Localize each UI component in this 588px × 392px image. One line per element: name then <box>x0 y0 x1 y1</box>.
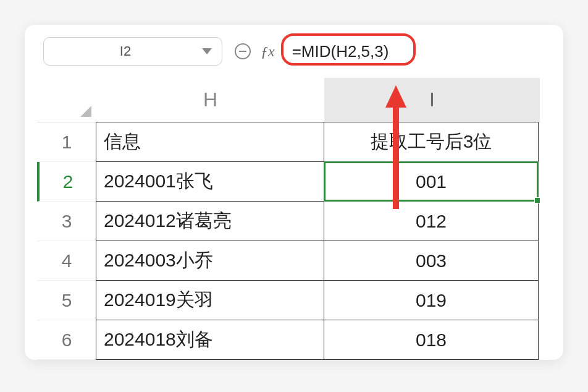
cancel-icon[interactable] <box>235 43 251 59</box>
table-row: 2024001张飞 001 <box>96 162 551 202</box>
row-header-4[interactable]: 4 <box>37 241 96 281</box>
cell-H6[interactable]: 2024018刘备 <box>96 320 324 360</box>
formula-section: ƒx =MID(H2,5,3) <box>235 38 545 65</box>
cell-H5[interactable]: 2024019关羽 <box>96 280 324 320</box>
formula-input[interactable]: =MID(H2,5,3) <box>285 38 545 65</box>
cell-I5[interactable]: 019 <box>324 280 539 320</box>
cell-H4[interactable]: 2024003小乔 <box>96 241 324 281</box>
row-header-1[interactable]: 1 <box>37 122 96 162</box>
formula-input-wrapper: =MID(H2,5,3) <box>285 38 545 65</box>
formula-bar: I2 ƒx =MID(H2,5,3) <box>37 37 551 66</box>
fill-handle[interactable] <box>534 197 540 203</box>
row-header-3[interactable]: 3 <box>37 202 96 241</box>
chevron-down-icon[interactable] <box>202 48 212 54</box>
fx-icon[interactable]: ƒx <box>261 43 275 60</box>
cell-I4[interactable]: 003 <box>324 241 539 281</box>
name-box-value: I2 <box>54 43 197 59</box>
table-row: 2024003小乔 003 <box>96 241 551 281</box>
cell-H1[interactable]: 信息 <box>96 122 324 162</box>
select-all-corner[interactable] <box>37 78 96 122</box>
column-headers: H I <box>96 78 551 122</box>
spreadsheet-window: I2 ƒx =MID(H2,5,3) 1 2 3 4 5 6 <box>25 25 563 360</box>
name-box[interactable]: I2 <box>43 37 222 66</box>
cell-H2[interactable]: 2024001张飞 <box>96 161 324 202</box>
cell-I1[interactable]: 提取工号后3位 <box>324 122 539 162</box>
table-row: 信息 提取工号后3位 <box>96 122 551 162</box>
cell-I2[interactable]: 001 <box>324 161 539 202</box>
table-row: 2024018刘备 018 <box>96 320 551 360</box>
cell-H3[interactable]: 2024012诸葛亮 <box>96 201 324 241</box>
column-header-H[interactable]: H <box>96 78 325 122</box>
row-header-5[interactable]: 5 <box>37 281 96 320</box>
select-all-triangle-icon <box>80 106 91 117</box>
cell-I2-value: 001 <box>416 171 447 192</box>
column-header-I[interactable]: I <box>325 78 540 122</box>
row-header-6[interactable]: 6 <box>37 320 96 360</box>
grid-area: 1 2 3 4 5 6 H I 信息 提取工号后3位 2024001张飞 001 <box>37 78 551 360</box>
cell-I3[interactable]: 012 <box>324 201 539 241</box>
row-header-2[interactable]: 2 <box>37 162 96 202</box>
table-row: 2024019关羽 019 <box>96 281 551 320</box>
data-area: H I 信息 提取工号后3位 2024001张飞 001 2024012诸葛亮 … <box>96 78 551 360</box>
table-row: 2024012诸葛亮 012 <box>96 202 551 241</box>
row-headers: 1 2 3 4 5 6 <box>37 78 96 360</box>
cell-I6[interactable]: 018 <box>324 320 539 360</box>
